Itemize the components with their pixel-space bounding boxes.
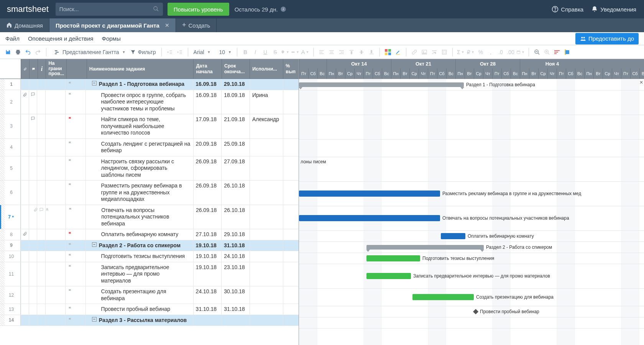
wrap-icon[interactable] <box>430 48 439 56</box>
cell-start[interactable]: 19.10.18 <box>193 262 222 286</box>
share-button[interactable]: Предоставить до <box>575 33 639 44</box>
flag-icon[interactable] <box>68 231 72 237</box>
cell-assignee[interactable] <box>250 181 283 205</box>
date-format-icon[interactable]: ▼ <box>516 48 525 56</box>
cell-name[interactable]: Провести пробный вебинар <box>85 304 193 315</box>
cell-comment[interactable] <box>29 114 37 138</box>
cell-assignee[interactable] <box>250 251 283 262</box>
cell-info[interactable] <box>37 181 45 205</box>
cell-flag[interactable] <box>45 205 65 229</box>
strike-icon[interactable]: S <box>271 48 279 56</box>
cell-start[interactable]: 17.09.18 <box>193 114 222 138</box>
col-taskname[interactable]: Наименование задания <box>87 59 194 79</box>
cell-comment[interactable] <box>29 90 37 114</box>
gantt-bar[interactable] <box>366 273 411 279</box>
table-row[interactable]: 13Провести пробный вебинар31.10.1831.10.… <box>0 304 299 315</box>
cell-flag2[interactable] <box>65 90 85 114</box>
info-icon[interactable]: i <box>280 6 286 12</box>
row-number[interactable]: 3 <box>0 114 21 138</box>
cell-start[interactable]: 31.10.18 <box>193 304 222 315</box>
save-icon[interactable] <box>4 48 12 56</box>
underline-icon[interactable]: U <box>261 48 269 56</box>
cell-end[interactable]: 29.10.18 <box>221 229 250 240</box>
cell-assignee[interactable] <box>250 304 283 315</box>
cell-flag2[interactable] <box>65 229 85 240</box>
zoom-in-icon[interactable] <box>543 48 551 56</box>
cell-start[interactable]: 26.09.18 <box>193 205 222 229</box>
cell-end[interactable]: 27.09.18 <box>221 156 250 181</box>
dec-inc-icon[interactable]: .0 <box>496 48 505 56</box>
cell-start[interactable]: 26.09.18 <box>193 156 222 181</box>
sort2-icon[interactable] <box>563 48 571 56</box>
flag-icon[interactable] <box>68 264 72 269</box>
row-number[interactable]: 12 <box>0 286 21 304</box>
cell-end[interactable] <box>221 315 250 326</box>
tab-create[interactable]: + Создать <box>176 18 217 32</box>
cell-assignee[interactable]: Александр <box>250 114 283 138</box>
table-row[interactable]: 5Настроить связку рассылки с лендингом, … <box>0 156 299 181</box>
flag-icon[interactable] <box>68 81 72 86</box>
gantt-bar[interactable] <box>412 294 474 300</box>
upgrade-button[interactable]: Повысить уровень <box>168 3 229 16</box>
table-row[interactable]: 6Разместить рекламу вебинара в группе и … <box>0 181 299 205</box>
cell-info[interactable] <box>37 90 45 114</box>
cell-flag2[interactable] <box>65 240 85 251</box>
valign-top-icon[interactable] <box>347 48 356 56</box>
cell-assignee[interactable]: Ирина <box>250 90 283 114</box>
cell-name[interactable]: Создать презентацию для вебинара <box>85 286 193 304</box>
col-assignee[interactable]: Исполни... <box>250 59 283 79</box>
row-number[interactable]: 10 <box>0 251 21 262</box>
cell-assignee[interactable] <box>250 315 283 326</box>
cell-end[interactable]: 23.10.18 <box>221 262 250 286</box>
menu-alerts[interactable]: Оповещения и действия <box>28 35 94 42</box>
notifications-link[interactable]: Уведомления <box>591 6 636 13</box>
cell-assignee[interactable] <box>250 240 283 251</box>
zoom-out-icon[interactable] <box>533 48 541 56</box>
row-number[interactable]: 13 <box>0 304 21 315</box>
cell-end[interactable]: 31.10.18 <box>221 304 250 315</box>
cell-comment[interactable] <box>29 229 37 240</box>
row-number[interactable]: 7▼ <box>0 205 21 229</box>
cell-name[interactable]: Создать лендинг с регистрацией на вебина… <box>85 139 193 156</box>
cell-comment[interactable] <box>29 251 37 262</box>
cell-attachment[interactable] <box>21 315 29 326</box>
cell-pct[interactable] <box>283 79 299 90</box>
cell-attachment[interactable] <box>21 229 29 240</box>
cell-assignee[interactable] <box>250 156 283 181</box>
cell-name[interactable]: Записать предварительное интервью — для … <box>85 262 193 286</box>
undo-icon[interactable] <box>24 48 32 56</box>
cell-flag2[interactable] <box>65 181 85 205</box>
gantt-bar[interactable] <box>366 255 420 261</box>
cell-info[interactable] <box>37 139 45 156</box>
cell-pct[interactable] <box>283 262 299 286</box>
cell-attachment[interactable] <box>21 286 29 304</box>
table-row[interactable]: 9−Раздел 2 - Работа со спикером19.10.183… <box>0 240 299 251</box>
cell-attachment[interactable] <box>21 156 29 181</box>
col-attachment[interactable] <box>21 59 29 79</box>
cell-flag2[interactable] <box>65 79 85 90</box>
row-number[interactable]: 11 <box>0 262 21 286</box>
flag-icon[interactable] <box>68 182 72 188</box>
align-left-icon[interactable] <box>317 48 326 56</box>
cell-flag2[interactable] <box>65 251 85 262</box>
cell-pct[interactable] <box>283 315 299 326</box>
cell-end[interactable]: 25.09.18 <box>221 139 250 156</box>
cell-name[interactable]: Оплатить вебинарную комнату <box>85 229 193 240</box>
cell-flag[interactable] <box>45 304 65 315</box>
cell-start[interactable]: 19.10.18 <box>193 251 222 262</box>
cell-flag2[interactable] <box>65 114 85 138</box>
menu-forms[interactable]: Формы <box>102 35 121 42</box>
cell-info[interactable] <box>37 251 45 262</box>
view-switcher[interactable]: Представление Гантта▼ <box>53 49 127 55</box>
col-info[interactable]: i <box>38 59 46 79</box>
cell-attachment[interactable] <box>21 251 29 262</box>
cell-attachment[interactable] <box>21 90 29 114</box>
cell-info[interactable] <box>37 156 45 181</box>
cell-start[interactable]: 24.10.18 <box>193 286 222 304</box>
cell-assignee[interactable] <box>250 286 283 304</box>
cell-assignee[interactable] <box>250 205 283 229</box>
cell-attachment[interactable] <box>21 181 29 205</box>
cell-comment[interactable] <box>29 181 37 205</box>
cell-pct[interactable] <box>283 205 299 229</box>
gantt-bar[interactable] <box>441 233 465 239</box>
